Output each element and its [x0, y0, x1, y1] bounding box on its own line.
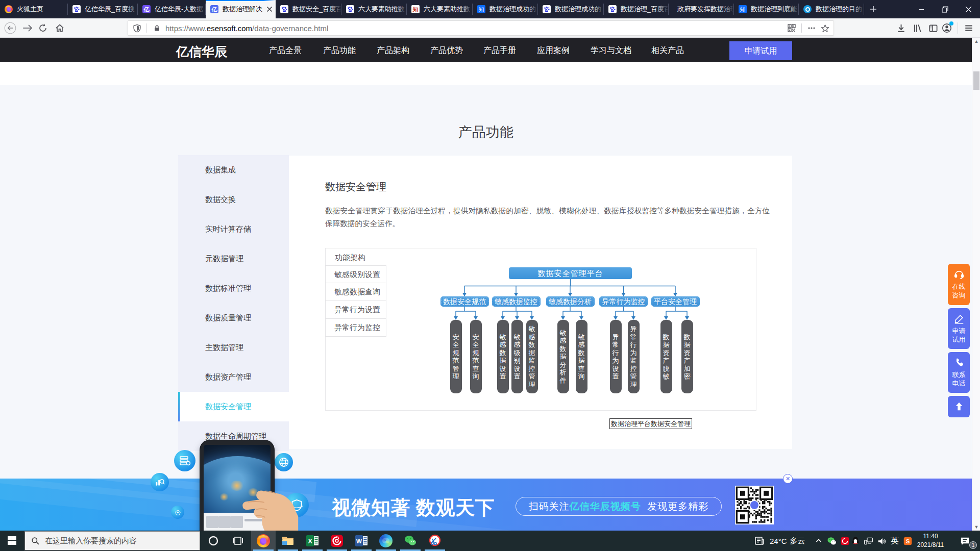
- library-icon[interactable]: [911, 22, 923, 34]
- taskbar-app-edge[interactable]: [374, 531, 398, 551]
- banner-close-icon[interactable]: ✕: [783, 474, 793, 484]
- shield-icon[interactable]: [130, 21, 143, 35]
- browser-tab[interactable]: 数据治理的目的: [799, 0, 864, 18]
- browser-tab[interactable]: 亿亿信华辰-大数据: [138, 0, 206, 18]
- window-close-button[interactable]: [957, 0, 980, 18]
- qr-action-icon[interactable]: [785, 21, 798, 35]
- sidebar-item-3[interactable]: 实时计算存储: [178, 214, 289, 244]
- browser-tab[interactable]: du亿信华辰_百度搜: [68, 0, 138, 18]
- browser-tab[interactable]: du六大要素助推数: [341, 0, 407, 18]
- svg-text:du: du: [611, 10, 614, 12]
- tray-input-lang[interactable]: 英: [889, 531, 901, 551]
- nav-item-1[interactable]: 产品全景: [269, 45, 302, 56]
- figure-tab-1[interactable]: 敏感级别设置: [325, 265, 386, 283]
- browser-tab[interactable]: 知六大要素助推数: [407, 0, 473, 18]
- taskview-button[interactable]: [226, 531, 250, 551]
- sidebar-item-7[interactable]: 主数据管理: [178, 333, 289, 362]
- float-pencil-button[interactable]: 申请试用: [948, 308, 970, 349]
- account-icon[interactable]: [941, 22, 953, 34]
- taskbar-app-excel[interactable]: X: [300, 531, 325, 551]
- chart-level2-node: 敏感数据监控: [492, 296, 541, 307]
- window-minimize-button[interactable]: [910, 0, 933, 18]
- tray-clock[interactable]: 11:402021/8/11: [916, 532, 945, 549]
- nav-item-4[interactable]: 产品优势: [430, 45, 463, 56]
- start-button[interactable]: [0, 531, 24, 551]
- page-scrollbar[interactable]: ▲ ▼: [972, 38, 980, 531]
- sidebar-item-8[interactable]: 数据资产管理: [178, 362, 289, 392]
- float-headset-button[interactable]: 在线咨询: [948, 264, 970, 305]
- taskbar-app-firefox[interactable]: [251, 531, 276, 551]
- browser-tab[interactable]: 知数据治理成功的: [473, 0, 538, 18]
- tab-close-icon[interactable]: [263, 3, 276, 15]
- lock-icon[interactable]: [150, 21, 163, 35]
- cortana-button[interactable]: [201, 531, 226, 551]
- url-bar[interactable]: https://www.esensoft.com/data-governance…: [128, 20, 834, 36]
- nav-item-6[interactable]: 应用案例: [537, 45, 570, 56]
- sidebar-item-5[interactable]: 数据标准管理: [178, 273, 289, 303]
- taskbar-app-netease[interactable]: [325, 531, 349, 551]
- tray-speaker-icon[interactable]: [875, 531, 889, 551]
- browser-tab[interactable]: 火狐主页: [0, 0, 68, 18]
- sidebar-item-6[interactable]: 数据质量管理: [178, 303, 289, 333]
- tray-chevron-icon[interactable]: [814, 531, 824, 551]
- taskbar-search[interactable]: 在这里输入你要搜索的内容: [24, 531, 200, 550]
- url-text[interactable]: https://www.esensoft.com/data-governance…: [165, 24, 785, 33]
- taskbar-app-explorer[interactable]: [276, 531, 300, 551]
- browser-tab[interactable]: 亿数据治理解决: [206, 0, 276, 18]
- new-tab-button[interactable]: [864, 0, 883, 18]
- nav-item-3[interactable]: 产品架构: [377, 45, 409, 56]
- sidebar-item-9[interactable]: 数据安全管理: [178, 392, 289, 421]
- home-button[interactable]: [54, 22, 66, 34]
- taskbar: 在这里输入你要搜索的内容 XW 24°C多云英S11:402021/8/111: [0, 531, 980, 551]
- browser-tab[interactable]: du数据治理_百度百: [604, 0, 669, 18]
- figure-tab-4[interactable]: 异常行为监控: [325, 319, 386, 337]
- taskbar-app-wechat[interactable]: [398, 531, 423, 551]
- bookmark-star-icon[interactable]: [818, 21, 831, 35]
- back-button[interactable]: [4, 22, 16, 34]
- menu-icon[interactable]: [963, 22, 975, 34]
- figure-tab-3[interactable]: 异常行为设置: [325, 301, 386, 319]
- browser-tab[interactable]: 知数据治理到底能: [734, 0, 799, 18]
- tray-sogou-icon[interactable]: S: [901, 531, 915, 551]
- svg-text:du: du: [76, 10, 78, 12]
- nav-item-7[interactable]: 学习与文档: [591, 45, 631, 56]
- chart-leaf-node: 数据资产加密: [681, 320, 693, 393]
- float-phone-button[interactable]: 联系电话: [948, 352, 970, 393]
- taskbar-app-capture[interactable]: [423, 531, 447, 551]
- site-logo[interactable]: 亿信华辰: [176, 43, 227, 60]
- nav-item-5[interactable]: 产品手册: [483, 45, 516, 56]
- nav-item-8[interactable]: 相关产品: [651, 45, 684, 56]
- tray-weather[interactable]: 24°C多云: [770, 531, 813, 551]
- reload-button[interactable]: [37, 22, 49, 34]
- feed-thumbnail: [206, 516, 218, 528]
- tray-network-icon[interactable]: [862, 531, 875, 551]
- browser-tab[interactable]: du数据治理成功的: [538, 0, 604, 18]
- tray-wechat-icon[interactable]: [825, 531, 838, 551]
- tray-qq-icon[interactable]: [848, 531, 862, 551]
- page-actions-icon[interactable]: [805, 21, 818, 35]
- tab-title-fade: [722, 0, 734, 18]
- sidebars-icon[interactable]: [927, 22, 939, 34]
- sidebar-item-4[interactable]: 元数据管理: [178, 244, 289, 273]
- figure-tab-2[interactable]: 敏感数据查询: [325, 283, 386, 301]
- chart-root-node: 数据安全管理平台: [509, 267, 632, 279]
- browser-tab[interactable]: 政府要发挥数据治理: [669, 0, 734, 18]
- banner-pill[interactable]: 扫码关注亿信华辰视频号 发现更多精彩: [516, 497, 722, 516]
- downloads-icon[interactable]: [895, 22, 907, 34]
- scroll-down-arrow[interactable]: ▼: [974, 524, 979, 530]
- nav-item-2[interactable]: 产品功能: [323, 45, 356, 56]
- scroll-up-arrow[interactable]: ▲: [974, 39, 979, 44]
- sidebar-item-1[interactable]: 数据集成: [178, 155, 289, 185]
- forward-button[interactable]: [21, 22, 34, 34]
- taskbar-search-placeholder[interactable]: 在这里输入你要搜索的内容: [45, 536, 137, 546]
- tray-notification-icon[interactable]: 1: [955, 531, 978, 551]
- browser-tab-bar: 火狐主页du亿信华辰_百度搜亿亿信华辰-大数据亿数据治理解决du数据安全_百度百…: [0, 0, 980, 18]
- float-arrow-up-button[interactable]: [948, 396, 970, 417]
- taskbar-app-word[interactable]: W: [349, 531, 374, 551]
- browser-tab[interactable]: du数据安全_百度百: [276, 0, 341, 18]
- tray-news-icon[interactable]: [750, 531, 766, 551]
- window-restore-button[interactable]: [933, 0, 957, 18]
- scrollbar-thumb[interactable]: [973, 71, 979, 90]
- sidebar-item-2[interactable]: 数据交换: [178, 185, 289, 214]
- trial-button[interactable]: 申请试用: [729, 41, 792, 60]
